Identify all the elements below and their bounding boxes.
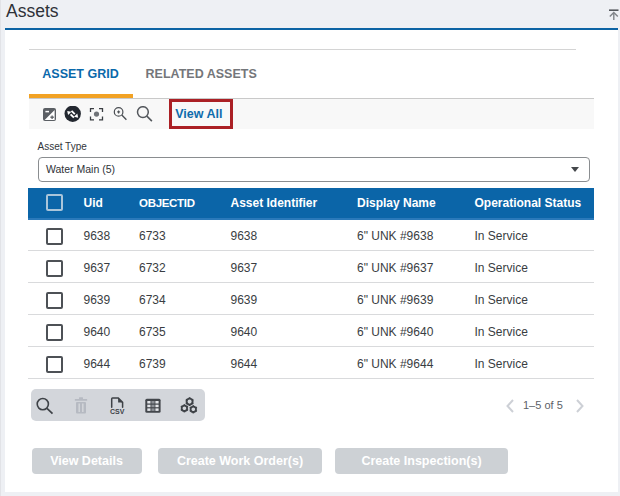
svg-text:CSV: CSV <box>110 408 125 415</box>
